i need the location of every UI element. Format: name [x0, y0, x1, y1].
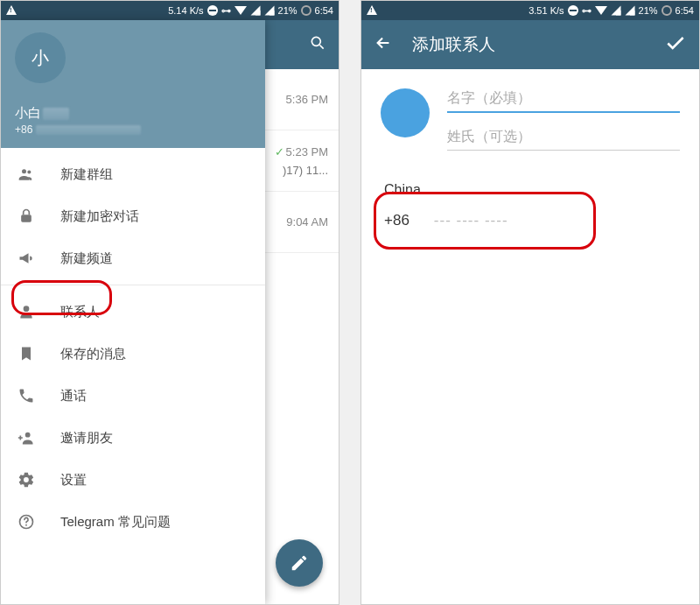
add-contact-form: China +86 --- ---- ----	[361, 69, 699, 250]
country-selector[interactable]: China	[384, 182, 680, 198]
menu-label: 通话	[60, 388, 87, 405]
menu-label: 联系人	[60, 304, 100, 320]
navigation-drawer: 小 小白 +86 新建群组 新建加密对话 新建频道 联系	[1, 20, 265, 604]
menu-saved-messages[interactable]: 保存的消息	[1, 333, 265, 375]
menu-label: 邀请朋友	[60, 430, 113, 447]
done-button[interactable]	[664, 32, 687, 58]
menu-label: 新建群组	[60, 166, 113, 183]
compose-fab[interactable]	[276, 539, 323, 587]
menu-label: 设置	[60, 472, 87, 489]
svg-line-1	[320, 46, 324, 49]
battery-ring-icon	[662, 5, 672, 16]
dnd-icon	[207, 5, 218, 16]
menu-invite-friends[interactable]: 邀请朋友	[1, 417, 265, 459]
drawer-menu: 新建群组 新建加密对话 新建频道 联系人 保存的消息 通话	[1, 148, 265, 548]
signal-icon-2	[625, 6, 634, 16]
svg-point-0	[312, 37, 320, 46]
menu-label: Telegram 常见问题	[60, 514, 171, 531]
warning-icon	[6, 5, 17, 17]
clock: 6:54	[315, 5, 333, 16]
status-bar: 5.14 K/s ⊶ 21% 6:54	[1, 1, 339, 20]
signal-icon-2	[264, 6, 274, 16]
menu-label: 保存的消息	[60, 346, 126, 362]
screen-title: 添加联系人	[412, 33, 645, 56]
first-name-input[interactable]	[447, 85, 680, 113]
vpn-key-icon: ⊶	[582, 5, 592, 17]
drawer-header: 小 小白 +86	[1, 20, 265, 148]
phone-number-input[interactable]: --- ---- ----	[434, 212, 508, 229]
user-name: 小白	[15, 105, 251, 122]
svg-point-5	[24, 306, 30, 312]
wifi-icon	[234, 6, 247, 15]
last-name-input[interactable]	[447, 123, 680, 151]
battery-ring-icon	[301, 5, 312, 16]
user-phone: +86	[15, 123, 251, 136]
svg-point-3	[27, 171, 31, 174]
network-speed: 5.14 K/s	[168, 5, 203, 16]
menu-label: 新建频道	[60, 250, 113, 267]
clock: 6:54	[676, 5, 694, 16]
dnd-icon	[568, 5, 578, 16]
contact-avatar-placeholder[interactable]	[381, 88, 430, 137]
battery-percent: 21%	[639, 5, 658, 16]
menu-new-secret-chat[interactable]: 新建加密对话	[1, 195, 265, 237]
warning-icon	[367, 5, 377, 17]
phone-icon	[17, 387, 36, 405]
search-icon[interactable]	[309, 34, 326, 55]
user-avatar[interactable]: 小	[15, 32, 66, 83]
menu-faq[interactable]: Telegram 常见问题	[1, 501, 265, 543]
svg-point-8	[25, 524, 27, 526]
status-bar: 3.51 K/s ⊶ 21% 6:54	[361, 1, 699, 20]
avatar-initial: 小	[32, 46, 49, 70]
signal-icon	[611, 6, 620, 16]
signal-icon	[250, 6, 260, 16]
phone-left-drawer-screen: 5.14 K/s ⊶ 21% 6:54 5:36 PM ✓5:23 PM )17…	[0, 0, 340, 605]
invite-icon	[17, 429, 36, 447]
menu-contacts[interactable]: 联系人	[1, 291, 265, 333]
network-speed: 3.51 K/s	[528, 5, 564, 16]
lock-icon	[17, 208, 36, 225]
chat-time: 9:04 AM	[286, 215, 328, 229]
check-icon: ✓	[275, 145, 284, 158]
chat-preview: )17) 11...	[283, 164, 328, 177]
svg-point-2	[22, 169, 26, 173]
vpn-key-icon: ⊶	[221, 5, 231, 17]
menu-new-channel[interactable]: 新建频道	[1, 237, 265, 279]
svg-point-6	[25, 433, 31, 438]
phone-input-row[interactable]: +86 --- ---- ----	[381, 207, 680, 235]
megaphone-icon	[17, 250, 36, 267]
chat-time: 5:36 PM	[286, 93, 328, 106]
country-code[interactable]: +86	[384, 212, 410, 229]
group-icon	[17, 165, 36, 183]
contact-icon	[17, 303, 36, 320]
menu-calls[interactable]: 通话	[1, 375, 265, 417]
add-contact-header: 添加联系人	[361, 20, 699, 69]
wifi-icon	[595, 6, 607, 15]
bookmark-icon	[17, 345, 36, 362]
gear-icon	[17, 471, 36, 489]
menu-label: 新建加密对话	[60, 208, 139, 225]
phone-right-add-contact-screen: 3.51 K/s ⊶ 21% 6:54 添加联系人 China +86	[360, 0, 700, 605]
svg-rect-4	[21, 215, 32, 222]
menu-divider	[1, 285, 265, 285]
chat-time: ✓5:23 PM	[275, 145, 328, 158]
back-button[interactable]	[374, 33, 393, 56]
menu-new-group[interactable]: 新建群组	[1, 153, 265, 195]
battery-percent: 21%	[278, 5, 298, 16]
menu-settings[interactable]: 设置	[1, 459, 265, 501]
help-icon	[17, 513, 36, 531]
